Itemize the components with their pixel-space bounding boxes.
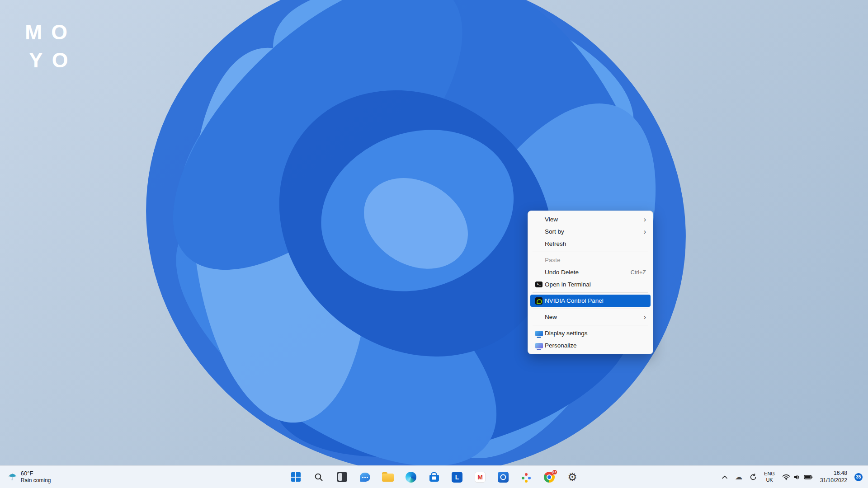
settings-button[interactable] bbox=[562, 467, 582, 487]
language-switcher[interactable]: ENG UK bbox=[761, 468, 778, 486]
task-view-button[interactable] bbox=[332, 467, 352, 487]
chevron-up-icon bbox=[722, 475, 728, 479]
store-bag-icon bbox=[429, 475, 439, 482]
app-l-icon: L bbox=[452, 472, 462, 483]
menu-icon-slot bbox=[533, 343, 545, 348]
submenu-chevron-icon bbox=[640, 228, 646, 236]
menu-item-label: New bbox=[545, 314, 640, 320]
media-app-button[interactable] bbox=[493, 467, 513, 487]
menu-icon-slot bbox=[533, 282, 545, 287]
display-settings-icon bbox=[535, 331, 543, 336]
start-button[interactable] bbox=[286, 467, 306, 487]
wifi-icon bbox=[782, 474, 790, 480]
menu-item-new[interactable]: New bbox=[530, 311, 651, 323]
clock-time: 16:48 bbox=[820, 470, 847, 477]
menu-item-paste: Paste bbox=[530, 254, 651, 266]
terminal-icon bbox=[535, 282, 542, 287]
menu-item-refresh[interactable]: Refresh bbox=[530, 238, 651, 250]
volume-icon bbox=[793, 474, 801, 480]
menu-item-shortcut: Ctrl+Z bbox=[631, 269, 646, 276]
language-label: ENG UK bbox=[764, 471, 775, 483]
language-code: ENG bbox=[764, 471, 775, 477]
task-view-icon bbox=[337, 472, 347, 482]
battery-icon bbox=[804, 474, 813, 480]
chrome-profile-badge: R bbox=[552, 469, 557, 475]
logo-line-2: YO bbox=[29, 46, 77, 74]
colored-dots-app-icon bbox=[521, 472, 532, 483]
weather-condition: Rain coming bbox=[21, 477, 51, 484]
gear-icon bbox=[567, 472, 577, 483]
menu-icon-slot bbox=[533, 297, 545, 305]
menu-icon-slot bbox=[533, 331, 545, 336]
system-tray: ENG UK bbox=[719, 466, 865, 488]
clock: 16:48 31/10/2022 bbox=[820, 470, 847, 484]
mail-app-button[interactable]: M bbox=[470, 467, 490, 487]
taskbar: 60°F Rain coming L M R bbox=[0, 465, 868, 488]
menu-item-label: Display settings bbox=[545, 330, 646, 337]
search-icon bbox=[314, 472, 324, 482]
file-explorer-button[interactable] bbox=[378, 467, 398, 487]
weather-widget[interactable]: 60°F Rain coming bbox=[5, 466, 55, 488]
language-region: UK bbox=[764, 477, 775, 483]
menu-item-undo-delete[interactable]: Undo Delete Ctrl+Z bbox=[530, 266, 651, 278]
menu-separator bbox=[533, 325, 648, 325]
chat-icon bbox=[360, 473, 370, 482]
windows-start-icon bbox=[291, 472, 301, 482]
menu-separator bbox=[533, 252, 648, 252]
menu-item-display-settings[interactable]: Display settings bbox=[530, 327, 651, 339]
submenu-chevron-icon bbox=[640, 313, 646, 321]
menu-item-label: Undo Delete bbox=[545, 269, 625, 276]
edge-button[interactable] bbox=[401, 467, 421, 487]
clock-button[interactable]: 16:48 31/10/2022 bbox=[817, 468, 850, 486]
cloud-tray-button[interactable] bbox=[732, 468, 745, 486]
show-hidden-icons-button[interactable] bbox=[719, 468, 731, 486]
microsoft-store-button[interactable] bbox=[424, 467, 444, 487]
app-l-button[interactable]: L bbox=[447, 467, 467, 487]
search-button[interactable] bbox=[309, 467, 329, 487]
notification-center-button[interactable]: 35 bbox=[852, 468, 865, 486]
menu-item-label: View bbox=[545, 216, 640, 223]
menu-item-personalize[interactable]: Personalize bbox=[530, 339, 651, 352]
umbrella-icon bbox=[8, 472, 17, 483]
personalize-icon bbox=[535, 343, 543, 348]
menu-item-open-in-terminal[interactable]: Open in Terminal bbox=[530, 278, 651, 291]
status-icons-button[interactable] bbox=[779, 468, 816, 486]
desktop-context-menu: View Sort by Refresh Paste Undo Delete C… bbox=[528, 211, 653, 354]
sync-tray-button[interactable] bbox=[747, 468, 760, 486]
chrome-button[interactable]: R bbox=[539, 467, 559, 487]
moyo-logo: MO YO bbox=[25, 18, 77, 74]
chat-button[interactable] bbox=[355, 467, 375, 487]
notification-badge: 35 bbox=[854, 473, 863, 481]
edge-browser-icon bbox=[406, 472, 416, 483]
weather-temperature: 60°F bbox=[21, 470, 51, 477]
menu-item-label: Personalize bbox=[545, 342, 646, 349]
sync-icon bbox=[750, 474, 757, 481]
menu-item-label: Refresh bbox=[545, 240, 646, 247]
menu-item-label: Open in Terminal bbox=[545, 281, 646, 288]
menu-separator bbox=[533, 292, 648, 293]
clock-date: 31/10/2022 bbox=[820, 477, 847, 484]
submenu-chevron-icon bbox=[640, 216, 646, 224]
menu-item-sort-by[interactable]: Sort by bbox=[530, 225, 651, 238]
weather-text: 60°F Rain coming bbox=[21, 470, 51, 484]
nvidia-icon bbox=[535, 297, 542, 305]
media-app-icon bbox=[498, 472, 509, 483]
desktop[interactable]: MO YO View Sort by Refresh Paste Undo De… bbox=[0, 0, 868, 488]
menu-item-label: NVIDIA Control Panel bbox=[545, 297, 646, 304]
logo-line-1: MO bbox=[25, 18, 77, 46]
menu-item-label: Sort by bbox=[545, 228, 640, 235]
taskbar-center-icons: L M R bbox=[286, 466, 582, 488]
menu-item-nvidia-control-panel[interactable]: NVIDIA Control Panel bbox=[530, 295, 651, 307]
menu-item-view[interactable]: View bbox=[530, 213, 651, 225]
mail-app-icon: M bbox=[475, 472, 486, 483]
cloud-icon bbox=[735, 473, 742, 481]
menu-item-label: Paste bbox=[545, 257, 646, 263]
folder-icon bbox=[382, 474, 394, 482]
dots-app-button[interactable] bbox=[516, 467, 536, 487]
menu-separator bbox=[533, 309, 648, 309]
